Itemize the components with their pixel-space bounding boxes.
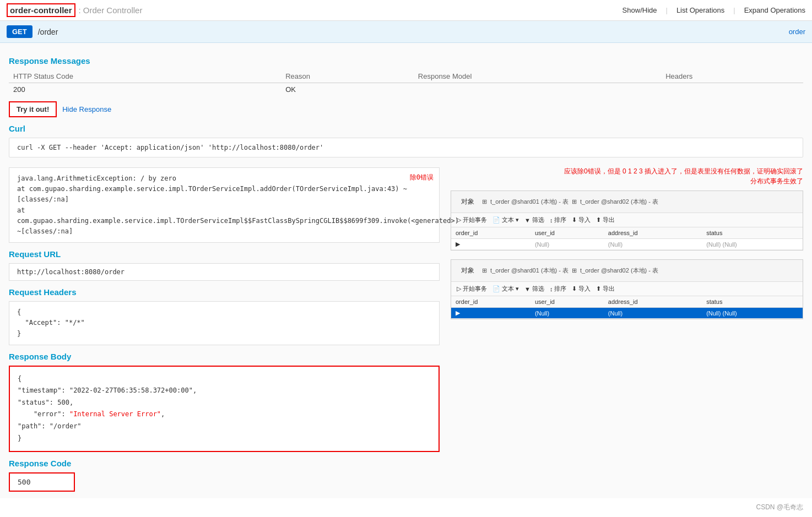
rb-line4: "error": "Internal Server Error", (18, 409, 431, 421)
db2-import[interactable]: ⬇ 导入 (572, 285, 591, 293)
db2-text[interactable]: 📄 文本 ▾ (492, 285, 519, 293)
table-row: ▶ (Null) (Null) (Null) (Null) (451, 308, 803, 319)
db2-start-tx[interactable]: ▷ 开始事务 (457, 285, 487, 293)
exception-line2: at com.gupao.sharding.example.service.im… (17, 184, 431, 205)
db1-sort[interactable]: ↕ 排序 (550, 216, 567, 224)
expand-operations-link[interactable]: Expand Operations (744, 6, 805, 14)
db1-table: order_id user_id address_id status ▶ (Nu… (451, 227, 803, 250)
request-headers-title: Request Headers (9, 287, 440, 297)
get-badge: GET (7, 25, 33, 38)
status-code: 200 (9, 83, 281, 96)
exception-line1: java.lang.ArithmeticException: / by zero (17, 173, 431, 184)
col-status: HTTP Status Code (9, 70, 281, 83)
rb-line6: } (18, 433, 431, 445)
db1-tab2-icon: ⊞ (572, 198, 577, 205)
db2-col-status: status (702, 296, 803, 308)
response-body-title: Response Body (9, 352, 440, 361)
hide-response-link[interactable]: Hide Response (62, 105, 111, 113)
db1-row-indicator: ▶ (451, 239, 530, 250)
show-hide-link[interactable]: Show/Hide (622, 6, 657, 14)
db2-filter[interactable]: ▼ 筛选 (524, 285, 544, 293)
db2-col-orderid: order_id (451, 296, 530, 308)
db2-start-tx-icon: ▷ (457, 285, 461, 292)
db1-import-label: 导入 (578, 216, 591, 224)
db1-col-orderid: order_id (451, 227, 530, 239)
header-left: order-controller : Order Controller (7, 3, 142, 17)
curl-value: curl -X GET --header 'Accept: applicatio… (9, 138, 803, 157)
db2-export-icon: ⬆ (596, 285, 601, 292)
db2-filter-icon: ▼ (524, 286, 530, 292)
db1-text-icon: 📄 (492, 216, 500, 224)
response-code-block: 500 (9, 472, 75, 492)
rb-line2: "timestamp": "2022-02-27T06:35:58.372+00… (18, 385, 431, 397)
db2-tab2-icon: ⊞ (572, 267, 577, 274)
db2-row-indicator: ▶ (451, 308, 530, 319)
db1-filter-icon: ▼ (524, 217, 530, 224)
endpoint-left: GET /order (7, 25, 58, 38)
db1-start-tx-label: 开始事务 (463, 216, 487, 224)
db1-export[interactable]: ⬆ 导出 (596, 216, 615, 224)
sep1: | (665, 6, 667, 14)
db2-tab1-icon: ⊞ (482, 267, 487, 274)
db1-sort-label: 排序 (554, 216, 566, 224)
db-panel-1-header: 对象 ⊞ t_order @shard01 (本地) - 表 ⊞ t_order… (451, 191, 803, 213)
db2-export[interactable]: ⬆ 导出 (596, 285, 615, 293)
request-headers-block: { "Accept": "*/*" } (9, 301, 440, 345)
col-reason: Reason (281, 70, 414, 83)
db1-tab1-label[interactable]: t_order @shard01 (本地) - 表 (490, 198, 569, 206)
db1-col-addressid: address_id (604, 227, 702, 239)
col-model: Response Model (414, 70, 661, 83)
endpoint-tag: order (789, 28, 805, 36)
db2-tab1-label[interactable]: t_order @shard01 (本地) - 表 (490, 266, 569, 275)
table-row: ▶ (Null) (Null) (Null) (Null) (451, 239, 803, 250)
header-bar: order-controller : Order Controller Show… (0, 0, 812, 21)
db2-table: order_id user_id address_id status ▶ (Nu… (451, 296, 803, 319)
response-messages-title: Response Messages (9, 56, 803, 66)
db-panel-2-header: 对象 ⊞ t_order @shard01 (本地) - 表 ⊞ t_order… (451, 260, 803, 282)
bottom-credit: CSDN @毛奇志 (0, 498, 812, 516)
db2-import-label: 导入 (578, 285, 591, 293)
layout-right: 应该除0错误，但是 0 1 2 3 插入进入了，但是表里没有任何数据，证明确实回… (451, 163, 803, 492)
db1-text-arrow: ▾ (516, 216, 519, 224)
db1-obj-label: 对象 (457, 194, 479, 209)
db2-sort-label: 排序 (554, 285, 566, 293)
rb-line5: "path": "/order" (18, 421, 431, 433)
rh-line2: "Accept": "*/*" (17, 318, 431, 328)
db1-import[interactable]: ⬇ 导入 (572, 216, 591, 224)
db2-toolbar: ▷ 开始事务 📄 文本 ▾ ▼ 筛选 ↕ 排序 (451, 282, 803, 296)
db1-col-userid: user_id (530, 227, 604, 239)
list-operations-link[interactable]: List Operations (676, 6, 724, 14)
db1-import-icon: ⬇ (572, 216, 577, 224)
db2-text-label: 文本 (502, 285, 514, 293)
rh-line3: } (17, 329, 431, 339)
db1-sort-icon: ↕ (550, 217, 553, 224)
response-body-block: { "timestamp": "2022-02-27T06:35:58.372+… (9, 366, 440, 453)
annotation-text: 应该除0错误，但是 0 1 2 3 插入进入了，但是表里没有任何数据，证明确实回… (451, 166, 803, 186)
db2-export-label: 导出 (603, 285, 615, 293)
db2-sort[interactable]: ↕ 排序 (550, 285, 567, 293)
layout-left: 除0错误 java.lang.ArithmeticException: / by… (9, 163, 440, 492)
request-url-title: Request URL (9, 249, 440, 259)
db2-start-tx-label: 开始事务 (463, 285, 487, 293)
exception-box: 除0错误 java.lang.ArithmeticException: / by… (9, 167, 440, 243)
curl-title: Curl (9, 124, 803, 133)
exception-line3: at com.gupao.sharding.example.service.im… (17, 205, 431, 237)
db1-text-label: 文本 (502, 216, 514, 224)
db2-row-userid: (Null) (530, 308, 604, 319)
db1-toolbar: ▷ 开始事务 📄 文本 ▾ ▼ 筛选 ↕ 排序 (451, 213, 803, 227)
try-out-button[interactable]: Try it out! (9, 101, 57, 117)
inline-actions: Try it out! Hide Response (9, 101, 803, 117)
table-row: 200 OK (9, 83, 803, 96)
db1-tab1-icon: ⊞ (482, 198, 487, 205)
db1-filter[interactable]: ▼ 筛选 (524, 216, 544, 224)
endpoint-row: GET /order order (0, 21, 812, 43)
db1-tab2-label[interactable]: t_order @shard02 (本地) - 表 (580, 198, 658, 206)
db1-text[interactable]: 📄 文本 ▾ (492, 216, 519, 224)
sep2: | (733, 6, 735, 14)
db2-col-addressid: address_id (604, 296, 702, 308)
db1-start-tx[interactable]: ▷ 开始事务 (457, 216, 487, 224)
db2-tab2-label[interactable]: t_order @shard02 (本地) - 表 (580, 266, 658, 275)
db-panel-1: 对象 ⊞ t_order @shard01 (本地) - 表 ⊞ t_order… (451, 191, 803, 251)
rb-error-val: "Internal Server Error" (69, 410, 161, 418)
main-content: Response Messages HTTP Status Code Reaso… (0, 43, 812, 498)
